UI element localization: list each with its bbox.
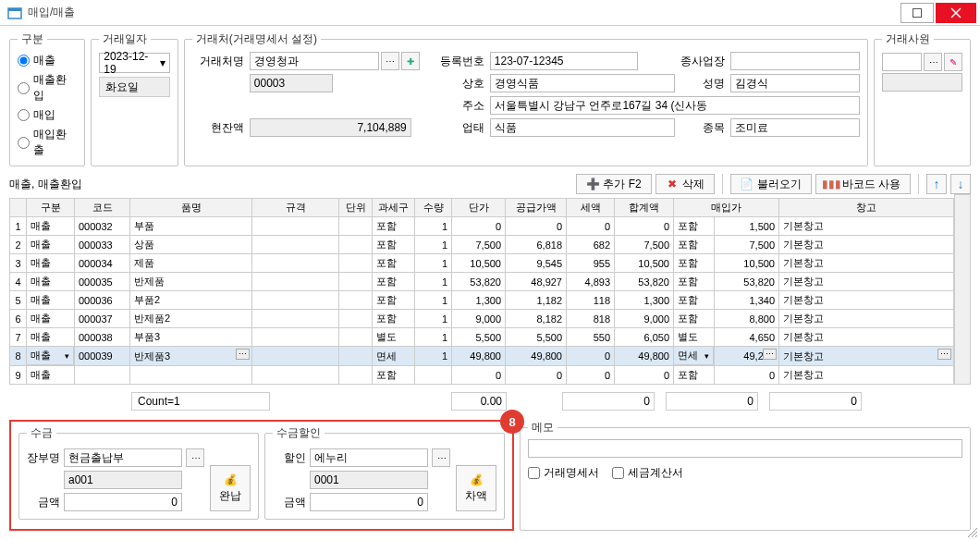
biztype-label: 업태 [422, 120, 488, 136]
addr-label: 주소 [422, 98, 488, 114]
grid-label: 매출, 매출환입 [9, 177, 82, 192]
diff-button[interactable]: 💰 차액 [456, 465, 496, 511]
disc-input[interactable] [310, 448, 428, 467]
table-row[interactable]: 3매출000034제품포함110,5009,54595510,500포함10,5… [10, 254, 954, 273]
ceo-label: 성명 [677, 76, 729, 92]
radio-sale-return[interactable]: 매출환입 [18, 72, 77, 104]
partner-code [250, 74, 333, 92]
grid-header-row: 구분 코드 품명 규격 단위 과세구 수량 단가 공급가액 세액 합계액 매입가… [10, 199, 954, 217]
corp-label: 상호 [422, 76, 488, 92]
sum-qty: 0.00 [451, 392, 507, 411]
disc-amount-input[interactable] [310, 493, 428, 511]
sum-vat: 0 [666, 392, 758, 411]
radio-purchase-return[interactable]: 매입환출 [18, 127, 77, 158]
radio-sale[interactable]: 매출 [18, 53, 77, 68]
biz-input[interactable] [730, 52, 860, 70]
delete-icon: ✖ [666, 178, 679, 190]
col-code[interactable]: 코드 [75, 199, 130, 217]
table-row[interactable]: 6매출000037반제품2포함19,0008,1828189,000포함8,80… [10, 310, 954, 328]
discount-legend: 수금할인 [273, 425, 325, 441]
collect-amount-input[interactable] [64, 493, 182, 511]
addr-input[interactable] [490, 96, 860, 115]
balance-value [250, 118, 411, 137]
import-button[interactable]: 📄불러오기 [730, 174, 812, 194]
resize-grip[interactable] [965, 525, 978, 538]
window-title: 매입/매출 [28, 5, 899, 20]
date-picker[interactable]: 2023-12-19 ▾ [99, 53, 170, 73]
partner-add-button[interactable]: ✚ [401, 52, 420, 70]
count-display: Count=1 [131, 392, 270, 411]
col-gubun[interactable]: 구분 [27, 199, 75, 217]
close-button[interactable] [936, 3, 976, 23]
book-label: 장부명 [27, 450, 60, 466]
partner-lookup-button[interactable]: ⋯ [381, 52, 399, 70]
table-row[interactable]: 5매출000036부품2포함11,3001,1821181,300포함1,340… [10, 291, 954, 310]
collect-fieldset: 수금 장부명 ⋯ 금액 [18, 425, 259, 520]
staff-clear-button[interactable]: ✎ [944, 53, 962, 71]
arrow-down-icon: ↓ [958, 177, 964, 191]
vertical-scrollbar[interactable] [954, 194, 971, 385]
balance-label: 현잔액 [192, 120, 248, 136]
book-lookup-button[interactable]: ⋯ [186, 448, 204, 467]
memo-legend: 메모 [528, 420, 557, 436]
col-name[interactable]: 품명 [130, 199, 252, 217]
chk-tax-invoice[interactable]: 세금계산서 [612, 465, 683, 481]
col-vat[interactable]: 세액 [567, 199, 615, 217]
barcode-icon: ▮▮▮ [826, 178, 839, 190]
chk-statement[interactable]: 거래명세서 [528, 465, 599, 481]
maximize-button[interactable] [900, 3, 934, 23]
calendar-dropdown-icon: ▾ [160, 56, 165, 69]
partner-fieldset: 거래처(거래명세서 설정) 거래처명 ⋯ ✚ 등록번호 종사업장 상호 성명 주… [184, 31, 868, 166]
arrow-up-icon: ↑ [934, 177, 940, 191]
memo-fieldset: 메모 거래명세서 세금계산서 [520, 420, 971, 531]
date-fieldset: 거래일자 2023-12-19 ▾ 화요일 [91, 31, 178, 166]
add-row-button[interactable]: ➕추가 F2 [576, 174, 651, 194]
table-row[interactable]: 2매출000033상품포함17,5006,8186827,500포함7,500기… [10, 236, 954, 254]
biztype-input[interactable] [490, 118, 675, 137]
move-down-button[interactable]: ↓ [950, 174, 971, 194]
delete-row-button[interactable]: ✖삭제 [655, 174, 715, 194]
barcode-button[interactable]: ▮▮▮바코드 사용 [815, 174, 911, 194]
book-input[interactable] [64, 448, 182, 467]
type-fieldset: 구분 매출 매출환입 매입 매입환출 [9, 31, 85, 166]
staff-lookup-button[interactable]: ⋯ [924, 53, 942, 71]
table-row[interactable]: 4매출000035반제품포함153,82048,9274,89353,820포함… [10, 273, 954, 291]
col-spec[interactable]: 규격 [252, 199, 339, 217]
col-total[interactable]: 합계액 [615, 199, 674, 217]
regno-label: 등록번호 [422, 54, 488, 69]
col-pprice[interactable]: 매입가 [674, 199, 779, 217]
memo-input[interactable] [528, 439, 962, 458]
regno-input[interactable] [490, 52, 638, 70]
col-qty[interactable]: 수량 [415, 199, 452, 217]
partner-name-input[interactable] [250, 52, 379, 70]
radio-purchase[interactable]: 매입 [18, 107, 77, 123]
step-badge: 8 [500, 410, 524, 434]
move-up-button[interactable]: ↑ [926, 174, 947, 194]
ceo-input[interactable] [730, 74, 860, 92]
svg-line-7 [975, 535, 977, 537]
disc-lookup-button[interactable]: ⋯ [432, 448, 450, 467]
disc-code [310, 471, 428, 489]
separator [722, 174, 723, 194]
col-unit[interactable]: 단위 [339, 199, 373, 217]
staff-input[interactable] [882, 53, 922, 71]
col-supply[interactable]: 공급가액 [506, 199, 567, 217]
kind-input[interactable] [730, 118, 860, 137]
diff-icon: 💰 [470, 473, 484, 486]
table-row[interactable]: 1매출000032부품포함10000포함1,500기본창고 [10, 217, 954, 236]
data-grid[interactable]: 구분 코드 품명 규격 단위 과세구 수량 단가 공급가액 세액 합계액 매입가… [9, 198, 954, 385]
day-of-week: 화요일 [99, 77, 170, 97]
col-tax[interactable]: 과세구 [373, 199, 415, 217]
kind-label: 종목 [677, 120, 729, 136]
pay-full-button[interactable]: 💰 완납 [210, 465, 251, 511]
table-row[interactable]: 8매출▾000039반제품3⋯면세149,80049,800049,800면세▾… [10, 347, 954, 366]
discount-fieldset: 수금할인 할인 ⋯ 금액 [264, 425, 505, 520]
titlebar: 매입/매출 [0, 0, 980, 26]
col-price[interactable]: 단가 [452, 199, 506, 217]
table-row[interactable]: 9매출포함0000포함0기본창고 [10, 366, 954, 385]
col-wh[interactable]: 창고 [779, 199, 954, 217]
svg-rect-1 [8, 8, 21, 11]
biz-label: 종사업장 [677, 54, 729, 69]
table-row[interactable]: 7매출000038부품3별도15,5005,5005506,050별도4,650… [10, 328, 954, 347]
corp-input[interactable] [490, 74, 675, 92]
